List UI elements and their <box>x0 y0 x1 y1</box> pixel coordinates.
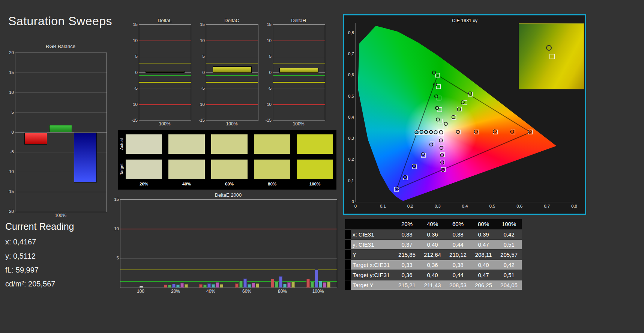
y-tick-label: -5 <box>127 86 138 90</box>
table-row-x-cie31: x: CIE310,330,360,380,390,42 <box>345 230 523 239</box>
ref-line <box>139 41 191 41</box>
saturation-swatches-panel[interactable]: ActualTarget20%40%60%80%100% <box>118 130 336 190</box>
cie-whitepoint-measured <box>439 131 443 134</box>
deltae-bar <box>199 284 203 288</box>
table-row-strip <box>345 270 351 280</box>
swatch-row-label-target: Target <box>119 160 124 179</box>
cie-x-tick-label: 0,7 <box>544 204 550 208</box>
swatch-target-100% <box>297 160 333 179</box>
y-tick-label: -15 <box>261 118 272 122</box>
deltae-bar <box>315 270 318 288</box>
table-row-target-y-cie31: Target y:CIE310,360,400,440,470,51 <box>345 270 523 280</box>
table-header-cell: 40% <box>420 219 445 229</box>
y-tick-label: 0 <box>194 70 205 75</box>
y-tick-label: 10 <box>194 38 205 43</box>
deltae-bar <box>323 282 326 288</box>
cie-x-tick-label: 0,5 <box>489 204 495 208</box>
y-tick-label: 10 <box>127 38 138 43</box>
swatch-target-80% <box>254 160 290 179</box>
y-tick-label: -5 <box>3 149 14 154</box>
y-tick-label: 10 <box>3 90 14 95</box>
deltae-bar <box>311 282 314 288</box>
rgb-balance-xlabel: 100% <box>15 213 106 218</box>
cie-measured-marker <box>457 108 461 111</box>
ref-line <box>273 82 325 83</box>
cie-1931-panel[interactable]: CIE 1931 xy 00,10,20,30,40,50,60,70,800,… <box>343 14 586 215</box>
y-tick-label: 0 <box>3 130 14 134</box>
calibration-app-window: Saturation Sweeps RGB Balance 20151050-5… <box>0 0 644 333</box>
delta-c-chart[interactable]: 151050-5-10-15 <box>206 24 258 121</box>
swatch-actual-20% <box>126 134 162 154</box>
table-header-cell: 20% <box>394 219 420 229</box>
y-tick-label: -10 <box>261 102 272 107</box>
grid-line <box>273 57 325 57</box>
y-tick-label: 5 <box>108 256 119 260</box>
deltae-bar <box>252 283 255 288</box>
cie-x-tick-label: 0,6 <box>516 204 522 208</box>
current-reading-title: Current Reading <box>5 221 74 232</box>
cie-target-marker <box>440 145 444 149</box>
swatch-actual-80% <box>254 134 290 154</box>
table-value-cell: 215,21 <box>394 280 420 290</box>
y-tick-label: 15 <box>127 22 138 27</box>
deltae-bar <box>291 282 295 288</box>
table-row-label: Target y:CIE31 <box>351 270 394 280</box>
cie-measured-marker <box>436 118 440 121</box>
delta-l-chart[interactable]: 151050-5-10-15 <box>139 24 191 121</box>
table-header-strip <box>345 219 351 229</box>
rgb-bar-green <box>49 125 72 132</box>
table-value-cell: 0,47 <box>471 240 496 249</box>
rgb-bar-blue <box>74 133 97 182</box>
reading-y: y: 0,5112 <box>5 252 36 261</box>
swatch-target-20% <box>126 160 162 179</box>
cie-y-tick-label: 0 <box>344 199 354 204</box>
reading-x: x: 0,4167 <box>5 238 36 246</box>
y-tick-label: -5 <box>194 86 205 90</box>
cie-measured-marker <box>440 154 444 157</box>
table-row-strip <box>345 280 351 290</box>
ref-line <box>120 281 337 282</box>
deltae-bar <box>287 282 291 288</box>
swatch-actual-60% <box>211 134 248 154</box>
deltae-bar <box>256 283 259 288</box>
table-value-cell: 0,33 <box>394 260 420 270</box>
grid-line <box>273 89 325 89</box>
delta-h-title: DeltaH <box>273 18 324 23</box>
deltae-bar <box>235 283 239 288</box>
deltae-bar <box>243 279 247 288</box>
rgb-balance-chart[interactable]: 20151050-5-10-15-20 <box>15 53 107 212</box>
grid-line <box>206 57 258 57</box>
table-value-cell: 0,42 <box>496 260 522 270</box>
table-value-cell: 0,47 <box>471 270 496 280</box>
swatch-target-60% <box>211 160 248 179</box>
swatch-col-label: 80% <box>254 182 290 186</box>
cie-target-marker <box>430 142 434 146</box>
table-header-cell: 80% <box>471 219 496 229</box>
cie-measured-marker <box>434 131 437 134</box>
cie-x-tick-label: 0,3 <box>435 204 441 208</box>
cie-points-layer <box>356 23 574 202</box>
swatch-col-label: 20% <box>126 182 162 186</box>
deltae-2000-chart[interactable]: 15105 <box>120 199 337 288</box>
cie-target-marker <box>440 152 444 157</box>
table-value-cell: 204,05 <box>496 280 522 290</box>
table-value-cell: 0,42 <box>496 230 522 239</box>
delta-l-bar <box>146 71 185 72</box>
cie-y-tick-label: 0,1 <box>344 178 354 183</box>
cie-y-tick-label: 0,6 <box>344 72 354 77</box>
reading-cdm2: cd/m²: 205,567 <box>5 280 55 288</box>
cie-target-marker <box>439 138 443 142</box>
table-row-strip <box>345 240 351 249</box>
table-value-cell: 208,53 <box>445 280 471 290</box>
table-value-cell: 0,51 <box>496 270 522 280</box>
ref-line <box>273 104 325 105</box>
y-tick-label: 5 <box>127 54 138 59</box>
delta-h-chart[interactable]: 151050-5-10-15 <box>273 24 325 121</box>
table-value-cell: 210,12 <box>445 250 471 259</box>
cie-measured-marker <box>429 130 433 134</box>
deltae-bar <box>185 284 188 288</box>
deltae-bar <box>207 283 211 288</box>
cie-x-tick-label: 0 <box>354 204 357 208</box>
ref-line <box>120 270 337 270</box>
cie-1931-title: CIE 1931 xy <box>344 18 585 23</box>
